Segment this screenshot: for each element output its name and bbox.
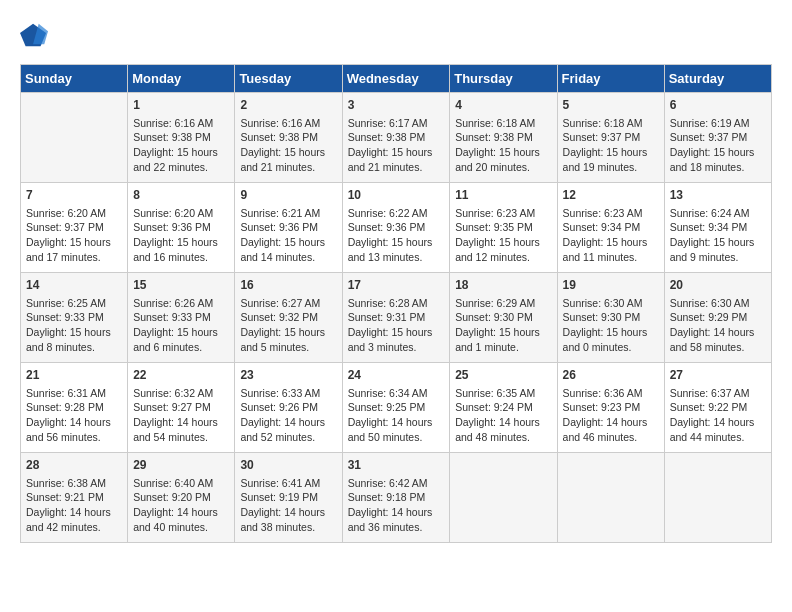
cell-info-line: Daylight: 15 hours [240,325,336,340]
cell-info-line: Sunset: 9:36 PM [133,220,229,235]
cell-info-line: Sunrise: 6:30 AM [563,296,659,311]
cell-info-line: Sunset: 9:32 PM [240,310,336,325]
calendar-body: 1Sunrise: 6:16 AMSunset: 9:38 PMDaylight… [21,93,772,543]
cell-info-line: Sunrise: 6:30 AM [670,296,766,311]
cell-info-line: and 40 minutes. [133,520,229,535]
cell-info-line: Daylight: 14 hours [455,415,551,430]
cell-info-line: Sunset: 9:30 PM [563,310,659,325]
day-number: 28 [26,457,122,474]
cell-info-line: Daylight: 14 hours [133,415,229,430]
cell-info-line: Daylight: 15 hours [348,145,445,160]
cell-info-line: Sunrise: 6:23 AM [563,206,659,221]
cell-info-line: Sunset: 9:31 PM [348,310,445,325]
day-cell: 4Sunrise: 6:18 AMSunset: 9:38 PMDaylight… [450,93,557,183]
cell-info-line: Sunset: 9:21 PM [26,490,122,505]
day-cell: 10Sunrise: 6:22 AMSunset: 9:36 PMDayligh… [342,183,450,273]
cell-info-line: Sunrise: 6:36 AM [563,386,659,401]
cell-info-line: Daylight: 15 hours [670,145,766,160]
logo-icon [20,20,48,48]
cell-info-line: and 16 minutes. [133,250,229,265]
cell-info-line: Daylight: 14 hours [240,415,336,430]
day-cell: 27Sunrise: 6:37 AMSunset: 9:22 PMDayligh… [664,363,771,453]
cell-info-line: Daylight: 14 hours [240,505,336,520]
day-cell: 30Sunrise: 6:41 AMSunset: 9:19 PMDayligh… [235,453,342,543]
day-number: 11 [455,187,551,204]
day-number: 5 [563,97,659,114]
day-number: 10 [348,187,445,204]
day-cell [664,453,771,543]
cell-info-line: Daylight: 14 hours [563,415,659,430]
cell-info-line: Daylight: 14 hours [133,505,229,520]
day-number: 22 [133,367,229,384]
cell-info-line: and 5 minutes. [240,340,336,355]
cell-info-line: Sunset: 9:28 PM [26,400,122,415]
day-cell: 19Sunrise: 6:30 AMSunset: 9:30 PMDayligh… [557,273,664,363]
cell-info-line: Daylight: 15 hours [670,235,766,250]
cell-info-line: and 36 minutes. [348,520,445,535]
cell-info-line: Sunrise: 6:20 AM [133,206,229,221]
cell-info-line: Daylight: 14 hours [670,325,766,340]
header-cell-friday: Friday [557,65,664,93]
cell-info-line: Daylight: 15 hours [348,235,445,250]
cell-info-line: and 12 minutes. [455,250,551,265]
cell-info-line: Sunset: 9:23 PM [563,400,659,415]
cell-info-line: Daylight: 15 hours [563,145,659,160]
cell-info-line: and 8 minutes. [26,340,122,355]
cell-info-line: and 44 minutes. [670,430,766,445]
day-cell: 2Sunrise: 6:16 AMSunset: 9:38 PMDaylight… [235,93,342,183]
day-number: 31 [348,457,445,474]
cell-info-line: and 22 minutes. [133,160,229,175]
cell-info-line: Sunrise: 6:37 AM [670,386,766,401]
day-number: 18 [455,277,551,294]
day-cell: 14Sunrise: 6:25 AMSunset: 9:33 PMDayligh… [21,273,128,363]
cell-info-line: Sunset: 9:18 PM [348,490,445,505]
cell-info-line: Sunset: 9:27 PM [133,400,229,415]
cell-info-line: and 13 minutes. [348,250,445,265]
day-number: 12 [563,187,659,204]
cell-info-line: Daylight: 15 hours [133,235,229,250]
cell-info-line: Sunrise: 6:31 AM [26,386,122,401]
day-cell: 29Sunrise: 6:40 AMSunset: 9:20 PMDayligh… [128,453,235,543]
cell-info-line: Sunrise: 6:18 AM [563,116,659,131]
day-cell: 18Sunrise: 6:29 AMSunset: 9:30 PMDayligh… [450,273,557,363]
cell-info-line: Sunrise: 6:25 AM [26,296,122,311]
cell-info-line: Daylight: 15 hours [455,145,551,160]
cell-info-line: Sunrise: 6:24 AM [670,206,766,221]
cell-info-line: Sunrise: 6:17 AM [348,116,445,131]
day-number: 23 [240,367,336,384]
cell-info-line: Sunset: 9:37 PM [563,130,659,145]
cell-info-line: Sunset: 9:38 PM [348,130,445,145]
cell-info-line: Sunrise: 6:27 AM [240,296,336,311]
cell-info-line: Sunrise: 6:38 AM [26,476,122,491]
cell-info-line: and 0 minutes. [563,340,659,355]
cell-info-line: Sunset: 9:25 PM [348,400,445,415]
cell-info-line: and 6 minutes. [133,340,229,355]
day-cell: 15Sunrise: 6:26 AMSunset: 9:33 PMDayligh… [128,273,235,363]
cell-info-line: Daylight: 15 hours [240,235,336,250]
cell-info-line: and 48 minutes. [455,430,551,445]
day-number: 26 [563,367,659,384]
cell-info-line: Sunrise: 6:34 AM [348,386,445,401]
cell-info-line: Daylight: 14 hours [26,505,122,520]
cell-info-line: Sunrise: 6:16 AM [133,116,229,131]
cell-info-line: Daylight: 15 hours [563,325,659,340]
cell-info-line: and 20 minutes. [455,160,551,175]
day-number: 19 [563,277,659,294]
day-number: 4 [455,97,551,114]
day-cell: 26Sunrise: 6:36 AMSunset: 9:23 PMDayligh… [557,363,664,453]
cell-info-line: Sunrise: 6:19 AM [670,116,766,131]
day-number: 29 [133,457,229,474]
header-cell-thursday: Thursday [450,65,557,93]
cell-info-line: and 9 minutes. [670,250,766,265]
week-row-3: 14Sunrise: 6:25 AMSunset: 9:33 PMDayligh… [21,273,772,363]
day-cell: 1Sunrise: 6:16 AMSunset: 9:38 PMDaylight… [128,93,235,183]
week-row-4: 21Sunrise: 6:31 AMSunset: 9:28 PMDayligh… [21,363,772,453]
day-number: 25 [455,367,551,384]
cell-info-line: Sunset: 9:34 PM [563,220,659,235]
cell-info-line: Daylight: 15 hours [455,235,551,250]
cell-info-line: Sunset: 9:29 PM [670,310,766,325]
day-number: 27 [670,367,766,384]
header-cell-sunday: Sunday [21,65,128,93]
day-number: 17 [348,277,445,294]
cell-info-line: Sunrise: 6:35 AM [455,386,551,401]
